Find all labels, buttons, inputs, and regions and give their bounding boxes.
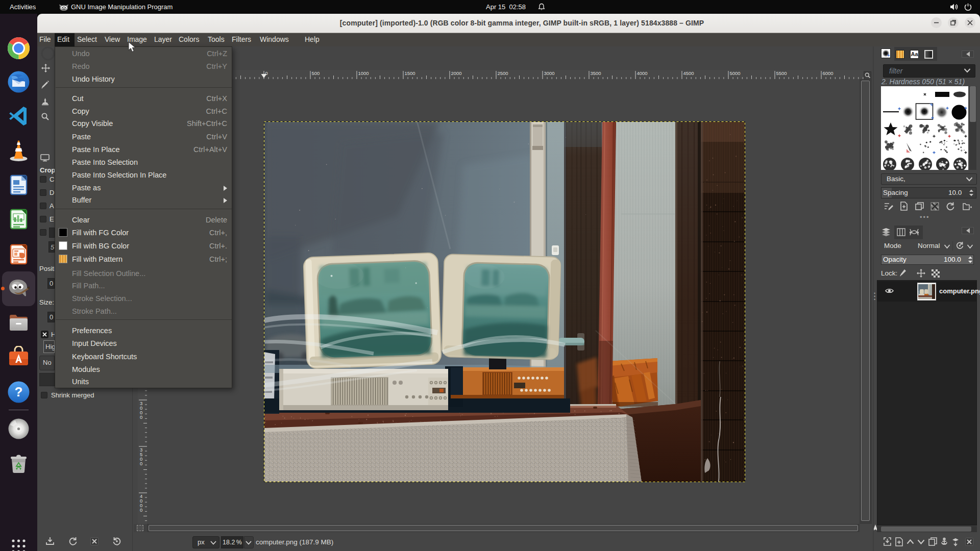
svg-text:0: 0 <box>140 507 142 513</box>
svg-text:4500: 4500 <box>683 70 694 76</box>
svg-text:500: 500 <box>312 70 320 76</box>
svg-text:?: ? <box>15 384 23 399</box>
svg-text:3000: 3000 <box>544 70 555 76</box>
svg-text:0: 0 <box>140 461 142 466</box>
svg-text:1500: 1500 <box>405 70 415 76</box>
svg-text:4000: 4000 <box>637 70 648 76</box>
svg-text:5500: 5500 <box>776 70 787 76</box>
svg-text:6000: 6000 <box>823 70 834 76</box>
svg-text:2500: 2500 <box>498 70 508 76</box>
svg-text:1000: 1000 <box>358 70 369 76</box>
svg-text:3500: 3500 <box>591 70 601 76</box>
svg-text:5000: 5000 <box>730 70 741 76</box>
svg-text:2000: 2000 <box>451 70 462 76</box>
svg-text:0: 0 <box>140 414 142 420</box>
